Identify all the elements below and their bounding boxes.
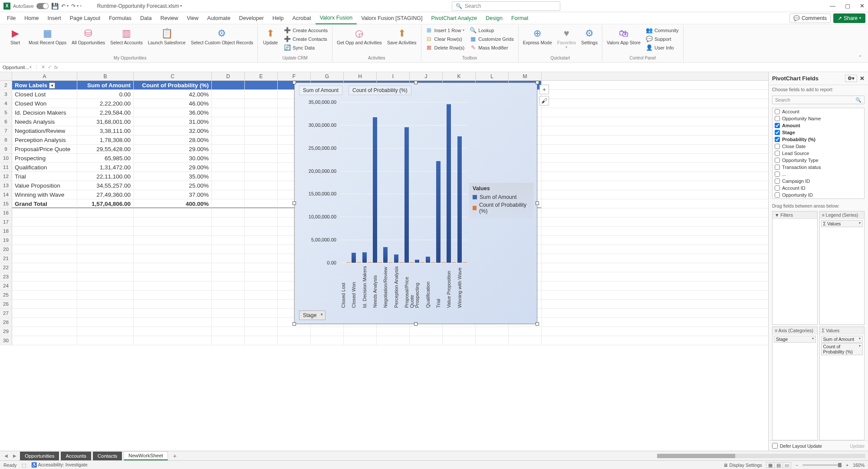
pivot-field-item[interactable]: Opportunity Type	[773, 157, 864, 164]
delete-rows-button[interactable]: ⊠Delete Row(s)	[424, 43, 467, 52]
cell[interactable]	[134, 218, 212, 226]
cell[interactable]	[212, 145, 245, 153]
pivot-filters-area[interactable]: ▼ Filters	[772, 211, 818, 325]
ribbon-collapse[interactable]: ⌃	[855, 53, 865, 61]
row-header[interactable]: 17	[0, 218, 12, 226]
pivot-row-amount[interactable]: 0.00	[77, 90, 134, 99]
cell[interactable]	[212, 90, 245, 99]
cell[interactable]	[245, 318, 278, 327]
chart-bar-prob[interactable]	[441, 262, 446, 263]
row-header[interactable]: 8	[0, 135, 12, 144]
cell[interactable]	[12, 245, 77, 254]
pivot-row-prob[interactable]: 29.00%	[134, 145, 212, 153]
row-header[interactable]: 24	[0, 281, 12, 290]
sheet-tab-accounts[interactable]: Accounts	[61, 452, 91, 460]
pivot-field-item[interactable]: Probability (%)	[773, 136, 864, 143]
appstore-button[interactable]: 🛍Valorx App Store	[605, 26, 642, 46]
chart-bar-amount[interactable]	[373, 117, 377, 263]
search-box[interactable]: 🔍 Search	[452, 1, 560, 11]
pivot-row-label[interactable]: Winning with Wave	[12, 190, 77, 199]
support-button[interactable]: 💬Support	[644, 35, 681, 43]
pivot-field-checkbox[interactable]	[775, 178, 780, 184]
pivot-field-item[interactable]: Lead Source	[773, 150, 864, 157]
sheet-nav-prev[interactable]: ◀	[3, 453, 10, 458]
cell[interactable]	[212, 208, 245, 217]
cell[interactable]	[377, 327, 410, 336]
chart-axis-field-button[interactable]: Stage	[299, 310, 326, 320]
cell[interactable]	[134, 300, 212, 308]
chart-bar-prob[interactable]	[388, 262, 393, 263]
cell[interactable]	[212, 263, 245, 272]
close-button[interactable]: ✕	[860, 3, 865, 9]
pivot-row-label[interactable]: Closed Lost	[12, 90, 77, 99]
cell[interactable]	[12, 291, 77, 299]
cell[interactable]	[212, 300, 245, 308]
col-E[interactable]: E	[245, 72, 278, 80]
name-box[interactable]: Opportunit…▾	[0, 65, 31, 70]
pivot-row-amount[interactable]: 3,38,111.00	[77, 126, 134, 135]
tab-data[interactable]: Data	[136, 13, 156, 24]
row-header[interactable]: 18	[0, 227, 12, 235]
undo-button[interactable]: ↶	[61, 3, 66, 9]
chart-bar-amount[interactable]	[362, 252, 367, 263]
pivot-row-amount[interactable]: 31,68,001.00	[77, 117, 134, 126]
chart-bar-prob[interactable]	[368, 262, 372, 263]
tab-developer[interactable]: Developer	[235, 13, 268, 24]
cell[interactable]	[134, 318, 212, 327]
cell[interactable]	[77, 227, 134, 235]
row-header[interactable]: 15	[0, 199, 12, 208]
pivot-total-label[interactable]: Grand Total	[12, 199, 77, 208]
pivot-row-amount[interactable]: 34,55,257.00	[77, 181, 134, 190]
cell[interactable]	[245, 291, 278, 299]
row-header[interactable]: 2	[0, 81, 12, 89]
cell[interactable]	[212, 245, 245, 254]
pivot-field-checkbox[interactable]	[775, 151, 780, 156]
cell[interactable]	[134, 263, 212, 272]
tab-automate[interactable]: Automate	[203, 13, 235, 24]
cell[interactable]	[212, 126, 245, 135]
pivot-field-item[interactable]: Transaction status	[773, 164, 864, 171]
chart-bar-amount[interactable]	[352, 253, 356, 263]
cell[interactable]	[311, 327, 344, 336]
filter-dropdown[interactable]: ▾	[49, 83, 55, 89]
row-header[interactable]: 21	[0, 254, 12, 263]
customize-grids-button[interactable]: ▦Customize Grids	[468, 35, 515, 43]
col-K[interactable]: K	[443, 72, 476, 80]
col-C[interactable]: C	[134, 72, 212, 80]
select-custom-button[interactable]: ⚙Select Custom Object Records	[189, 26, 255, 46]
sheet-tab-newworksheet[interactable]: NewWorkSheet	[124, 451, 168, 460]
cell[interactable]	[245, 199, 278, 208]
zoom-out[interactable]: −	[796, 462, 798, 468]
cell[interactable]	[212, 108, 245, 117]
cell[interactable]	[344, 327, 377, 336]
cell[interactable]	[311, 336, 344, 345]
cell[interactable]	[212, 336, 245, 345]
legend-chip-values[interactable]: Σ Values▾	[821, 220, 863, 227]
pivot-row-label[interactable]: Value Proposition	[12, 181, 77, 190]
sheet-tab-contacts[interactable]: Contacts	[93, 452, 122, 460]
cell[interactable]	[12, 336, 77, 345]
pivot-row-label[interactable]: Id. Decision Makers	[12, 108, 77, 117]
cell[interactable]	[77, 254, 134, 263]
row-header[interactable]: 6	[0, 117, 12, 126]
row-header[interactable]: 7	[0, 126, 12, 135]
pivot-field-checkbox[interactable]	[775, 185, 780, 191]
cell[interactable]	[77, 309, 134, 317]
pivot-row-prob[interactable]: 31.00%	[134, 117, 212, 126]
tab-view[interactable]: View	[182, 13, 203, 24]
pivot-legend-area[interactable]: ≡ Legend (Series) Σ Values▾	[819, 211, 865, 325]
cell[interactable]	[12, 263, 77, 272]
tab-design[interactable]: Design	[481, 13, 507, 24]
pivot-field-item[interactable]: Opportunity ID	[773, 192, 864, 198]
pivot-row-label[interactable]: Qualification	[12, 163, 77, 172]
accessibility-button[interactable]: ♿ Accessibility: Investigate	[31, 462, 87, 468]
cell[interactable]	[212, 172, 245, 181]
cell[interactable]	[212, 318, 245, 327]
pivot-row-prob[interactable]: 28.00%	[134, 135, 212, 144]
pivot-row-prob[interactable]: 42.00%	[134, 90, 212, 99]
cell[interactable]	[245, 208, 278, 217]
pivot-row-amount[interactable]: 2,29,584.00	[77, 108, 134, 117]
tab-format[interactable]: Format	[507, 13, 533, 24]
save-activities-button[interactable]: ⬆Save Activities	[385, 26, 418, 46]
tab-help[interactable]: Help	[268, 13, 288, 24]
